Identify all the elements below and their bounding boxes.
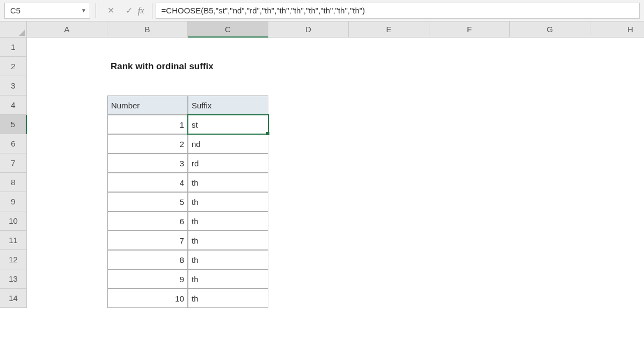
cell-D11[interactable] [268,231,349,250]
col-header-H[interactable]: H [590,21,644,38]
cell-F7[interactable] [429,153,510,173]
cell-D4[interactable] [268,95,349,115]
select-all-corner[interactable] [0,21,27,38]
cell-D6[interactable] [268,134,349,153]
cell-F5[interactable] [429,115,510,134]
cell-H2[interactable] [590,57,644,76]
cell-A13[interactable] [27,269,107,289]
cell-E9[interactable] [349,192,429,211]
cell-B10[interactable]: 6 [107,211,188,231]
cell-C3[interactable] [188,76,268,95]
cell-F9[interactable] [429,192,510,211]
cell-B14[interactable]: 10 [107,289,188,308]
cell-E2[interactable] [349,57,429,76]
cell-D8[interactable] [268,173,349,192]
row-header-5[interactable]: 5 [0,115,27,134]
cell-E14[interactable] [349,289,429,308]
cell-A1[interactable] [27,38,107,57]
cell-H7[interactable] [590,153,644,173]
cell-D12[interactable] [268,250,349,269]
col-header-C[interactable]: C [188,21,268,38]
cell-E13[interactable] [349,269,429,289]
cell-G11[interactable] [510,231,590,250]
cell-E12[interactable] [349,250,429,269]
col-header-A[interactable]: A [27,21,107,38]
cell-H8[interactable] [590,173,644,192]
spreadsheet-grid[interactable]: A B C D E F G H 1 2 Rank with ordinal su… [0,21,644,308]
cell-E11[interactable] [349,231,429,250]
cell-A4[interactable] [27,95,107,115]
cell-G8[interactable] [510,173,590,192]
row-header-8[interactable]: 8 [0,173,27,192]
cell-F1[interactable] [429,38,510,57]
cell-A9[interactable] [27,192,107,211]
cell-H3[interactable] [590,76,644,95]
cell-E7[interactable] [349,153,429,173]
cell-B4-header[interactable]: Number [107,95,188,115]
cell-F4[interactable] [429,95,510,115]
cell-C5[interactable]: st [188,115,268,134]
cell-F3[interactable] [429,76,510,95]
cell-G1[interactable] [510,38,590,57]
cell-A7[interactable] [27,153,107,173]
cell-G5[interactable] [510,115,590,134]
cell-E6[interactable] [349,134,429,153]
cell-D3[interactable] [268,76,349,95]
cell-F8[interactable] [429,173,510,192]
row-header-14[interactable]: 14 [0,289,27,308]
cell-E10[interactable] [349,211,429,231]
cell-H6[interactable] [590,134,644,153]
row-header-10[interactable]: 10 [0,211,27,231]
cell-E1[interactable] [349,38,429,57]
cell-F14[interactable] [429,289,510,308]
cell-C1[interactable] [188,38,268,57]
row-header-6[interactable]: 6 [0,134,27,153]
cell-C14[interactable]: th [188,289,268,308]
cell-A11[interactable] [27,231,107,250]
cell-B1[interactable] [107,38,188,57]
cell-A14[interactable] [27,289,107,308]
cell-B6[interactable]: 2 [107,134,188,153]
cell-G13[interactable] [510,269,590,289]
cell-F11[interactable] [429,231,510,250]
cell-H5[interactable] [590,115,644,134]
cell-G3[interactable] [510,76,590,95]
cell-H14[interactable] [590,289,644,308]
cell-C9[interactable]: th [188,192,268,211]
enter-icon[interactable]: ✓ [120,3,138,19]
cell-G14[interactable] [510,289,590,308]
cell-F10[interactable] [429,211,510,231]
cell-B3[interactable] [107,76,188,95]
cell-D14[interactable] [268,289,349,308]
cell-E5[interactable] [349,115,429,134]
cell-D13[interactable] [268,269,349,289]
cell-H1[interactable] [590,38,644,57]
dropdown-icon[interactable]: ▼ [81,8,86,13]
cell-E8[interactable] [349,173,429,192]
cell-D7[interactable] [268,153,349,173]
cell-B12[interactable]: 8 [107,250,188,269]
row-header-1[interactable]: 1 [0,38,27,57]
col-header-D[interactable]: D [268,21,349,38]
cancel-icon[interactable]: ✕ [101,3,120,19]
cell-A2[interactable] [27,57,107,76]
row-header-3[interactable]: 3 [0,76,27,95]
cell-A10[interactable] [27,211,107,231]
cell-H10[interactable] [590,211,644,231]
cell-G6[interactable] [510,134,590,153]
name-box[interactable]: C5 ▼ [4,3,90,19]
cell-C10[interactable]: th [188,211,268,231]
cell-G12[interactable] [510,250,590,269]
col-header-B[interactable]: B [107,21,188,38]
row-header-13[interactable]: 13 [0,269,27,289]
row-header-7[interactable]: 7 [0,153,27,173]
cell-G2[interactable] [510,57,590,76]
row-header-4[interactable]: 4 [0,95,27,115]
cell-D5[interactable] [268,115,349,134]
cell-B11[interactable]: 7 [107,231,188,250]
cell-C13[interactable]: th [188,269,268,289]
cell-H4[interactable] [590,95,644,115]
cell-E4[interactable] [349,95,429,115]
row-header-12[interactable]: 12 [0,250,27,269]
cell-D1[interactable] [268,38,349,57]
